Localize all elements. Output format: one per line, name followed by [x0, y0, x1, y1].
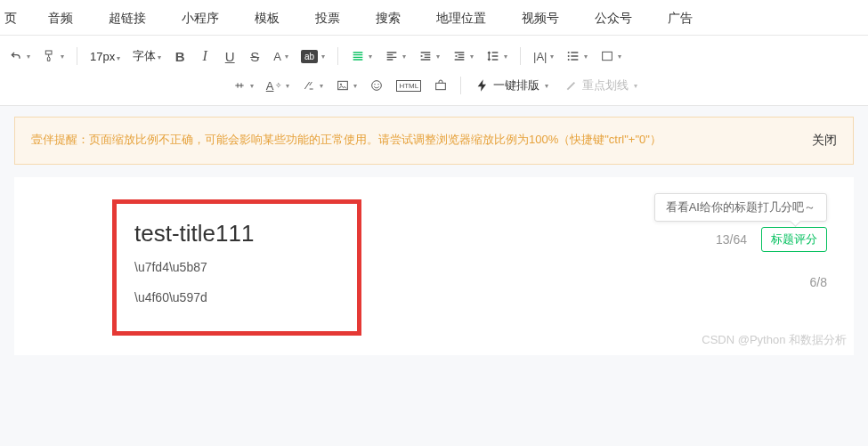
- tab-vote[interactable]: 投票: [297, 0, 358, 36]
- tab-template[interactable]: 模板: [237, 0, 297, 36]
- italic-button[interactable]: I: [193, 45, 216, 68]
- svg-rect-4: [603, 52, 612, 60]
- list-button[interactable]: ▾: [561, 45, 593, 67]
- font-family-select[interactable]: 字体▾: [127, 48, 166, 64]
- align-left-button[interactable]: ▾: [379, 45, 411, 67]
- bold-button[interactable]: B: [168, 45, 191, 68]
- tab-miniprogram[interactable]: 小程序: [164, 0, 237, 36]
- tab-page[interactable]: 页: [0, 0, 30, 36]
- clear-format-button[interactable]: ▾: [296, 75, 329, 96]
- watermark: CSDN @Python 和数据分析: [702, 332, 847, 348]
- highlight-button[interactable]: ab▾: [296, 46, 330, 67]
- more-format-button[interactable]: ▾: [595, 45, 627, 67]
- tab-video[interactable]: 视频号: [504, 0, 577, 36]
- underline-button[interactable]: U: [218, 45, 241, 68]
- toolbar: ▾ ▾ 17px▾ 字体▾ B I U S A▾ ab▾ ▾ ▾ ▾ ▾ ▾ |…: [0, 36, 868, 106]
- article-content-line[interactable]: \u4f60\u597d: [134, 290, 339, 304]
- alert-text: 壹伴提醒：页面缩放比例不正确，可能会影响某些功能的正常使用。请尝试调整浏览器缩放…: [31, 130, 661, 150]
- svg-rect-0: [45, 51, 52, 54]
- emoji-button[interactable]: [364, 75, 389, 96]
- author-counter: 6/8: [810, 275, 827, 289]
- bg-color-button[interactable]: A✧▾: [261, 76, 296, 96]
- oneclick-layout-button[interactable]: 一键排版▾: [468, 77, 556, 93]
- alert-close-button[interactable]: 关闭: [812, 130, 837, 151]
- tab-search[interactable]: 搜索: [358, 0, 418, 36]
- svg-point-7: [372, 81, 382, 91]
- title-score-button[interactable]: 标题评分: [761, 227, 827, 252]
- title-counter: 13/64: [716, 232, 747, 247]
- svg-point-1: [568, 52, 570, 53]
- article-title[interactable]: test-title111: [134, 220, 339, 247]
- tab-location[interactable]: 地理位置: [418, 0, 504, 36]
- strikethrough-button[interactable]: S: [243, 45, 266, 68]
- svg-point-6: [340, 84, 342, 85]
- line-height-button[interactable]: ▾: [481, 45, 513, 67]
- toolbox-button[interactable]: [428, 75, 453, 96]
- svg-point-9: [378, 84, 379, 85]
- svg-point-3: [568, 59, 570, 61]
- tab-ad[interactable]: 广告: [650, 0, 710, 36]
- tab-official[interactable]: 公众号: [577, 0, 650, 36]
- image-button[interactable]: ▾: [330, 75, 362, 96]
- letter-spacing-button[interactable]: |A|▾: [528, 46, 559, 67]
- align-justify-button[interactable]: ▾: [345, 45, 377, 67]
- divider-button[interactable]: ▾: [227, 75, 259, 96]
- svg-point-2: [568, 55, 570, 57]
- editor-area[interactable]: 看看AI给你的标题打几分吧～ 13/64 标题评分 6/8 test-title…: [14, 177, 854, 355]
- text-color-button[interactable]: A▾: [268, 46, 294, 67]
- undo-button[interactable]: ▾: [4, 45, 36, 67]
- keyline-button[interactable]: 重点划线▾: [557, 77, 645, 93]
- highlight-box: test-title111 \u7fd4\u5b87 \u4f60\u597d: [112, 199, 361, 336]
- svg-rect-10: [436, 83, 446, 89]
- svg-point-8: [375, 84, 376, 85]
- outdent-button[interactable]: ▾: [447, 45, 479, 67]
- tab-hyperlink[interactable]: 超链接: [91, 0, 164, 36]
- indent-button[interactable]: ▾: [413, 45, 445, 67]
- tab-audio[interactable]: 音频: [30, 0, 91, 36]
- html-button[interactable]: HTML: [391, 77, 426, 95]
- article-author[interactable]: \u7fd4\u5b87: [134, 260, 339, 274]
- format-brush-button[interactable]: ▾: [37, 45, 69, 67]
- top-tabs: 页 音频 超链接 小程序 模板 投票 搜索 地理位置 视频号 公众号 广告: [0, 0, 868, 36]
- font-size-select[interactable]: 17px▾: [85, 50, 126, 63]
- warning-alert: 壹伴提醒：页面缩放比例不正确，可能会影响某些功能的正常使用。请尝试调整浏览器缩放…: [14, 117, 854, 165]
- ai-tooltip: 看看AI给你的标题打几分吧～: [654, 193, 827, 222]
